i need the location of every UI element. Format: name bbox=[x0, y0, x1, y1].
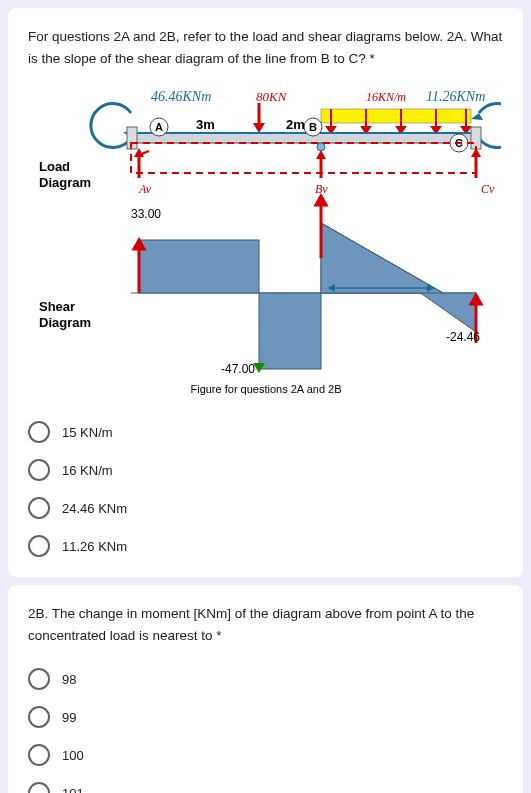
radio-icon bbox=[28, 535, 50, 557]
shear-neg-rect bbox=[259, 293, 321, 369]
q2b-option-2[interactable]: 100 bbox=[28, 736, 503, 774]
question-2a-card: For questions 2A and 2B, refer to the lo… bbox=[8, 8, 523, 577]
option-label: 100 bbox=[62, 748, 84, 763]
load-diagram-label-1: Load bbox=[39, 159, 70, 174]
option-label: 24.46 KNm bbox=[62, 501, 127, 516]
radio-icon bbox=[28, 497, 50, 519]
support-c bbox=[471, 127, 481, 149]
q2b-option-0[interactable]: 98 bbox=[28, 660, 503, 698]
radio-icon bbox=[28, 744, 50, 766]
shear-right-value: -24.46 bbox=[446, 330, 480, 344]
span1-label: 3m bbox=[196, 117, 215, 132]
q2a-option-1[interactable]: 16 KN/m bbox=[28, 451, 503, 489]
shear-diagram-label-2: Diagram bbox=[39, 315, 91, 330]
shear-pos-value: 33.00 bbox=[131, 207, 161, 221]
q2b-option-3[interactable]: 101 bbox=[28, 774, 503, 793]
figure-container: 46.46KNm 80KN 16KN/m 11.26KNm bbox=[28, 83, 503, 403]
radio-icon bbox=[28, 782, 50, 793]
radio-icon bbox=[28, 421, 50, 443]
q2b-option-1[interactable]: 99 bbox=[28, 698, 503, 736]
question-2a-text: For questions 2A and 2B, refer to the lo… bbox=[28, 26, 503, 69]
svg-marker-1 bbox=[471, 113, 483, 120]
moment-left-label: 46.46KNm bbox=[151, 89, 211, 104]
q2a-option-2[interactable]: 24.46 KNm bbox=[28, 489, 503, 527]
option-label: 101 bbox=[62, 786, 84, 793]
udl-label: 16KN/m bbox=[366, 90, 406, 104]
load-shear-diagram: 46.46KNm 80KN 16KN/m 11.26KNm bbox=[31, 83, 501, 403]
question-2b-card: 2B. The change in moment [KNm] of the di… bbox=[8, 585, 523, 793]
q2a-option-0[interactable]: 15 KN/m bbox=[28, 413, 503, 451]
support-b bbox=[317, 143, 325, 151]
point-load-label: 80KN bbox=[256, 89, 288, 104]
span2-label: 2m bbox=[286, 117, 305, 132]
moment-right-label: 11.26KNm bbox=[426, 89, 485, 104]
node-a-label: A bbox=[155, 121, 163, 133]
load-dashed-box bbox=[131, 143, 476, 173]
option-label: 98 bbox=[62, 672, 76, 687]
option-label: 16 KN/m bbox=[62, 463, 113, 478]
figure-caption: Figure for questions 2A and 2B bbox=[190, 383, 341, 395]
radio-icon bbox=[28, 459, 50, 481]
radio-icon bbox=[28, 706, 50, 728]
q2b-options: 98 99 100 101 bbox=[28, 660, 503, 793]
bv-label: Bv bbox=[315, 182, 328, 196]
av-label: Av bbox=[138, 182, 152, 196]
q2a-options: 15 KN/m 16 KN/m 24.46 KNm 11.26 KNm bbox=[28, 413, 503, 565]
point-load-arrowhead bbox=[253, 123, 265, 133]
option-label: 15 KN/m bbox=[62, 425, 113, 440]
udl-block bbox=[321, 109, 471, 123]
shear-neg-value: -47.00 bbox=[221, 362, 255, 376]
cv-label: Cv bbox=[481, 182, 495, 196]
node-b-label: B bbox=[309, 121, 317, 133]
shear-diagram-label-1: Shear bbox=[39, 299, 75, 314]
svg-marker-15 bbox=[316, 150, 326, 159]
shear-slope-pos bbox=[321, 223, 443, 293]
question-2b-text: 2B. The change in moment [KNm] of the di… bbox=[28, 603, 503, 646]
option-label: 99 bbox=[62, 710, 76, 725]
load-diagram-label-2: Diagram bbox=[39, 175, 91, 190]
svg-marker-21 bbox=[316, 196, 326, 205]
shear-pos-rect bbox=[139, 240, 259, 293]
beam bbox=[131, 133, 476, 143]
q2a-option-3[interactable]: 11.26 KNm bbox=[28, 527, 503, 565]
radio-icon bbox=[28, 668, 50, 690]
option-label: 11.26 KNm bbox=[62, 539, 127, 554]
